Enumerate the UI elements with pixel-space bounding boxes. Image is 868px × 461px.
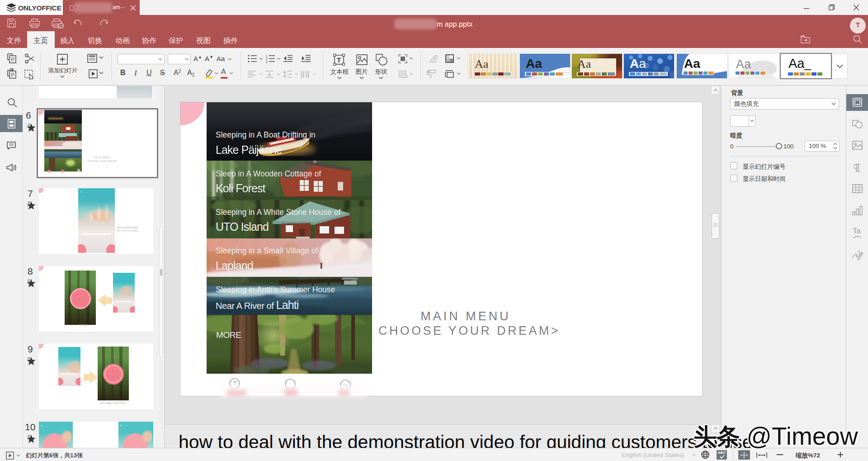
- svg-text:3: 3: [266, 60, 268, 63]
- svg-text:T: T: [337, 56, 341, 64]
